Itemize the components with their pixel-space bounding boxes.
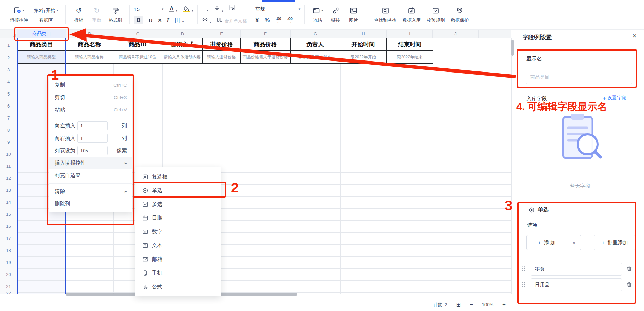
row-header-1[interactable]: 1 <box>0 38 17 52</box>
row-header-11[interactable]: 11 <box>0 160 17 172</box>
italic-button[interactable]: I <box>167 17 169 23</box>
merge-cells-button[interactable]: 合并单元格 <box>217 16 247 24</box>
row-header-19[interactable]: 19 <box>0 256 17 268</box>
horizontal-align-button[interactable]: ≡ ▾ <box>202 6 208 12</box>
select-all-corner[interactable] <box>0 30 17 38</box>
vertical-align-button[interactable]: ▾ <box>214 5 223 13</box>
header-cell[interactable]: 商品ID <box>113 38 162 51</box>
delete-option-icon[interactable] <box>626 266 633 273</box>
strikethrough-button[interactable]: S <box>158 18 161 23</box>
row-header-6[interactable]: 6 <box>0 100 17 112</box>
bold-button[interactable]: B <box>134 16 143 24</box>
freeze-button[interactable]: ▾ 冻结 <box>309 2 327 27</box>
data-protection-button[interactable]: 数据保护 <box>448 2 472 27</box>
menu-inline-input[interactable]: 1 <box>77 134 108 143</box>
placeholder-cell[interactable]: 请输入商品名称 <box>66 51 113 63</box>
font-color-button[interactable]: A ▾ <box>169 5 177 13</box>
header-cell[interactable]: 促销方式 <box>162 38 203 51</box>
submenu-item-5[interactable]: 文本 <box>135 238 221 252</box>
link-button[interactable]: 链接 <box>327 2 345 27</box>
drag-handle-icon[interactable] <box>521 281 527 288</box>
data-area-selector[interactable]: 第3行开始 ▾ 数据区 <box>31 2 61 27</box>
submenu-item-6[interactable]: 邮箱 <box>135 252 221 266</box>
placeholder-cell[interactable]: 请输入负责人姓名 <box>291 51 340 63</box>
redo-button[interactable]: ↻ 重做 <box>88 2 106 27</box>
row-header-16[interactable]: 16 <box>0 220 17 232</box>
percent-format-button[interactable]: % <box>265 17 270 23</box>
header-cell[interactable]: 商品价格 <box>241 38 291 51</box>
row-header-18[interactable]: 18 <box>0 244 17 256</box>
submenu-item-8[interactable]: 公式 <box>135 280 221 293</box>
drag-handle-icon[interactable] <box>521 266 527 273</box>
menu-item-2[interactable]: 粘贴Ctrl+V <box>49 103 132 116</box>
column-header-I[interactable]: I <box>387 30 433 38</box>
row-header-22[interactable]: 22 <box>0 292 17 294</box>
header-cell[interactable]: 商品类目 <box>17 38 66 51</box>
option-value-input[interactable]: 日用品 <box>531 278 622 291</box>
validation-rules-button[interactable]: 校验规则 <box>424 2 448 27</box>
placeholder-cell[interactable]: 限2022年开始 <box>340 51 387 63</box>
column-header-D[interactable]: D <box>162 30 203 38</box>
header-cell[interactable]: 商品名称 <box>66 38 113 51</box>
format-painter-button[interactable]: 格式刷 <box>106 2 125 27</box>
placeholder-cell[interactable]: 请输入商品类型 <box>17 51 66 63</box>
submenu-item-7[interactable]: 手机 <box>135 266 221 280</box>
fill-color-button[interactable]: ▾ <box>183 5 193 12</box>
menu-item-0[interactable]: 复制Ctrl+C <box>49 79 132 91</box>
add-option-caret[interactable]: ∨ <box>567 235 581 250</box>
row-header-14[interactable]: 14 <box>0 196 17 208</box>
submenu-item-2[interactable]: 多选 <box>135 197 221 211</box>
increase-decimal-button[interactable]: .00→ <box>287 17 293 24</box>
header-cell[interactable]: 结束时间 <box>387 38 433 51</box>
wrap-text-button[interactable] <box>229 5 235 13</box>
menu-item-8[interactable]: 列宽自适应 <box>49 169 132 181</box>
column-header-G[interactable]: G <box>291 30 340 38</box>
column-header-C[interactable]: C <box>113 30 162 38</box>
borders-button[interactable]: 田 ▾ <box>175 18 184 23</box>
underline-button[interactable]: U <box>149 18 153 23</box>
submenu-item-1[interactable]: 单选 <box>135 184 221 197</box>
column-header-J[interactable]: J <box>433 30 479 38</box>
row-header-13[interactable]: 13 <box>0 184 17 196</box>
zoom-in-button[interactable]: + <box>502 301 506 308</box>
column-header-H[interactable]: H <box>340 30 387 38</box>
submenu-item-0[interactable]: 复选框 <box>135 170 221 184</box>
header-cell[interactable]: 负责人 <box>291 38 340 51</box>
menu-item-11[interactable]: 删除列 <box>49 198 132 210</box>
menu-item-4[interactable]: 向左插入1列 <box>49 120 132 132</box>
menu-item-1[interactable]: 剪切Ctrl+X <box>49 91 132 103</box>
menu-item-5[interactable]: 向右插入1列 <box>49 132 132 144</box>
row-header-9[interactable]: 9 <box>0 136 17 148</box>
submenu-item-4[interactable]: 数字 <box>135 225 221 238</box>
placeholder-cell[interactable]: 请输入进货价格 <box>203 51 241 63</box>
placeholder-cell[interactable]: 商品价格需大于进货价格 <box>241 51 291 63</box>
option-value-input[interactable]: 零食 <box>531 263 622 276</box>
batch-add-button[interactable]: + 批量添加 <box>594 235 636 250</box>
delete-option-icon[interactable] <box>626 281 633 288</box>
row-header-15[interactable]: 15 <box>0 208 17 220</box>
row-header-3[interactable]: 3 <box>0 64 17 76</box>
column-header-a-field-tab[interactable]: 商品类目 <box>17 30 66 38</box>
font-size-select[interactable]: 15 ▾ <box>134 6 163 12</box>
row-header-8[interactable]: 8 <box>0 124 17 136</box>
row-header-12[interactable]: 12 <box>0 172 17 184</box>
placeholder-cell[interactable]: 限2022年结束 <box>387 51 433 63</box>
column-header-B[interactable]: B <box>66 30 113 38</box>
close-icon[interactable]: × <box>632 32 637 40</box>
row-header-4[interactable]: 4 <box>0 76 17 88</box>
number-format-select[interactable]: 常规 <box>255 6 265 12</box>
row-header-20[interactable]: 20 <box>0 268 17 280</box>
header-cell[interactable]: 开始时间 <box>340 38 387 51</box>
menu-item-10[interactable]: 清除▸ <box>49 185 132 198</box>
fill-control-button[interactable]: ▾ 填报控件 <box>7 2 31 27</box>
placeholder-cell[interactable]: 商品编号不超过10位 <box>113 51 162 63</box>
row-header-21[interactable]: 21 <box>0 280 17 292</box>
row-header-7[interactable]: 7 <box>0 112 17 124</box>
header-cell[interactable]: 进货价格 <box>203 38 241 51</box>
column-header-extra-10[interactable] <box>479 30 511 38</box>
column-header-F[interactable]: F <box>241 30 291 38</box>
row-header-10[interactable]: 10 <box>0 148 17 160</box>
add-option-button[interactable]: + 添 加 ∨ <box>526 235 581 250</box>
row-header-2[interactable]: 2 <box>0 52 17 64</box>
data-import-button[interactable]: 数据入库 <box>400 2 424 27</box>
